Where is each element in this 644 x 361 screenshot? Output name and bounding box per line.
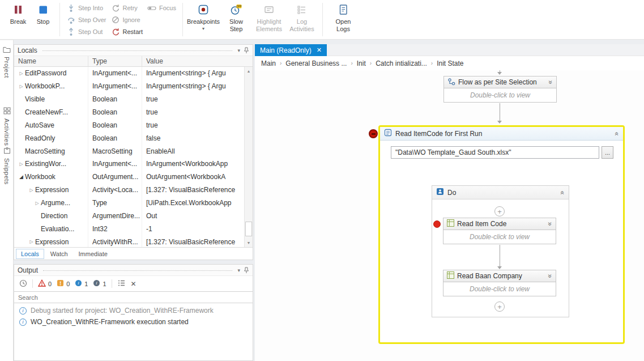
breakpoints-button[interactable]: Breakpoints ▾: [187, 0, 220, 39]
tab-label: Main (ReadOnly): [260, 46, 312, 54]
open-logs-button[interactable]: Open Logs: [327, 0, 360, 39]
highlight-elements-button[interactable]: Highlight Elements: [253, 0, 285, 39]
break-label: Break: [10, 18, 27, 26]
workbook-path-input[interactable]: [391, 146, 599, 159]
tab-locals[interactable]: Locals: [16, 249, 44, 259]
expand-chevron-icon[interactable]: »: [547, 80, 555, 84]
vertical-scrollbar[interactable]: ▲ ▼: [244, 67, 253, 247]
collapse-chevron-icon[interactable]: «: [613, 131, 621, 135]
search-input[interactable]: [14, 291, 253, 303]
column-header-name[interactable]: Name: [14, 56, 88, 66]
step-over-button[interactable]: Step Over: [64, 15, 109, 24]
stop-icon: [38, 3, 48, 16]
expander-icon[interactable]: ▷: [33, 201, 41, 206]
break-button[interactable]: Break: [6, 0, 31, 39]
timestamp-filter-icon[interactable]: [19, 279, 27, 288]
activity-hint[interactable]: Double-click to view: [443, 282, 556, 296]
chevron-down-icon[interactable]: ▾: [237, 48, 240, 53]
error-filter[interactable]: 0: [38, 279, 52, 288]
expander-icon[interactable]: ◢: [18, 174, 25, 180]
scroll-up-icon[interactable]: ▲: [245, 67, 253, 75]
collapse-all-icon[interactable]: [117, 279, 126, 288]
sidebar-item-snippets[interactable]: Snippets: [0, 147, 14, 185]
output-panel-header: Output ▾: [14, 265, 253, 276]
locals-panel-header: Locals ▾: [14, 45, 253, 56]
step-out-button[interactable]: Step Out: [64, 27, 109, 36]
breadcrumb-item[interactable]: Init: [357, 60, 366, 67]
table-row[interactable]: AutoSave Boolean true: [14, 118, 244, 131]
breakpoints-label: Breakpoints: [187, 18, 220, 26]
close-icon[interactable]: ✕: [317, 46, 322, 54]
table-row[interactable]: MacroSetting MacroSetting EnableAll: [14, 145, 244, 158]
slow-step-button[interactable]: OFF Slow Step: [220, 0, 253, 39]
table-row[interactable]: CreateNewF... Boolean true: [14, 106, 244, 119]
ribbon-separator: [59, 3, 60, 36]
restart-button[interactable]: Restart: [109, 27, 145, 36]
trace-filter[interactable]: i 1: [93, 279, 106, 288]
retry-button[interactable]: Retry: [109, 3, 145, 12]
error-count: 0: [48, 281, 52, 287]
clear-output-icon[interactable]: ✕: [131, 280, 137, 288]
chevron-down-icon[interactable]: ▾: [237, 267, 240, 273]
activity-read-baan-company[interactable]: Read Baan Company » Double-click to view: [443, 270, 556, 296]
focus-button[interactable]: Focus: [145, 3, 178, 12]
activities-icon: [3, 107, 11, 116]
activity-read-item-code[interactable]: Read Item Code » Double-click to view: [443, 218, 556, 244]
table-row[interactable]: ◢Workbook OutArgument... OutArgument<Wor…: [14, 171, 244, 184]
stop-button[interactable]: Stop: [31, 0, 56, 39]
breadcrumb-item[interactable]: Init State: [437, 60, 463, 67]
activity-hint[interactable]: Double-click to view: [443, 230, 556, 244]
table-row[interactable]: ▷Expression Activity<Loca... [1.327: Vis…: [14, 184, 244, 197]
browse-button[interactable]: ...: [602, 146, 613, 159]
table-row[interactable]: ▷ExistingWor... InArgument<... InArgumen…: [14, 158, 244, 171]
ignore-button[interactable]: Ignore: [109, 15, 145, 24]
sidebar-item-activities[interactable]: Activities: [0, 107, 14, 146]
expander-icon[interactable]: ▷: [28, 239, 35, 244]
breakpoint-marker-icon[interactable]: [369, 129, 378, 138]
activity-flow-as-per-site-selection[interactable]: Flow as per Site Selection » Double-clic…: [443, 76, 557, 103]
expander-icon[interactable]: ▷: [18, 84, 25, 89]
scroll-down-icon[interactable]: ▼: [245, 239, 253, 247]
table-row[interactable]: ▷Expression ActivityWithR... [1.327: Vis…: [14, 235, 244, 247]
log-entry[interactable]: i WO_Creation_WithRE-Framework execution…: [14, 316, 253, 328]
table-row[interactable]: Visible Boolean true: [14, 93, 244, 106]
column-header-type[interactable]: Type: [88, 56, 142, 66]
warning-filter[interactable]: 0: [57, 279, 70, 288]
table-row[interactable]: ReadOnly Boolean false: [14, 131, 244, 145]
step-into-button[interactable]: Step Into: [64, 3, 109, 12]
do-container[interactable]: Do « + Read Item Code » Double-: [432, 185, 569, 317]
breadcrumb-item[interactable]: Main: [261, 60, 276, 67]
expander-icon[interactable]: ▷: [28, 188, 35, 193]
info-icon: i: [19, 318, 27, 326]
log-entry[interactable]: i Debug started for project: WO_Creation…: [14, 305, 253, 316]
scrollbar-thumb[interactable]: [245, 222, 252, 236]
log-activities-button[interactable]: Log Activities: [285, 0, 318, 39]
sequence-read-itemcode-for-first-run[interactable]: Read ItemCode for First Run « ... Do « +: [378, 125, 625, 344]
table-row[interactable]: ▷EditPassword InArgument<... InArgument<…: [14, 67, 244, 80]
collapse-chevron-icon[interactable]: «: [559, 190, 567, 194]
add-activity-icon[interactable]: +: [494, 206, 505, 216]
breadcrumb-item[interactable]: General Business ...: [285, 60, 347, 67]
table-row[interactable]: ▷Argume... Type [UiPath.Excel.WorkbookAp…: [14, 197, 244, 210]
info-filter[interactable]: i 1: [75, 279, 88, 288]
pin-icon[interactable]: [244, 47, 249, 54]
tab-watch[interactable]: Watch: [46, 249, 72, 258]
breakpoint-dot-icon[interactable]: [433, 220, 441, 228]
column-header-value[interactable]: Value: [142, 56, 244, 66]
table-row[interactable]: Direction ArgumentDire... Out: [14, 209, 244, 222]
tab-immediate[interactable]: Immediate: [74, 249, 112, 258]
table-row[interactable]: ▷WorkbookP... InArgument<... InArgument<…: [14, 80, 244, 93]
breadcrumb-item[interactable]: Catch intializati...: [376, 60, 427, 67]
sidebar-item-project[interactable]: Project: [0, 46, 14, 78]
add-activity-icon[interactable]: +: [494, 301, 505, 312]
table-row[interactable]: Evaluatio... Int32 -1: [14, 222, 244, 235]
expander-icon[interactable]: ▷: [18, 162, 25, 167]
tab-main-readonly[interactable]: Main (ReadOnly) ✕: [255, 44, 327, 56]
workflow-canvas[interactable]: Flow as per Site Selection » Double-clic…: [255, 70, 644, 361]
expander-icon[interactable]: ▷: [18, 71, 25, 76]
step-over-icon: [66, 16, 75, 24]
activity-hint[interactable]: Double-click to view: [443, 88, 557, 103]
expand-chevron-icon[interactable]: »: [547, 222, 555, 226]
expand-chevron-icon[interactable]: »: [547, 274, 555, 278]
pin-icon[interactable]: [244, 267, 249, 274]
